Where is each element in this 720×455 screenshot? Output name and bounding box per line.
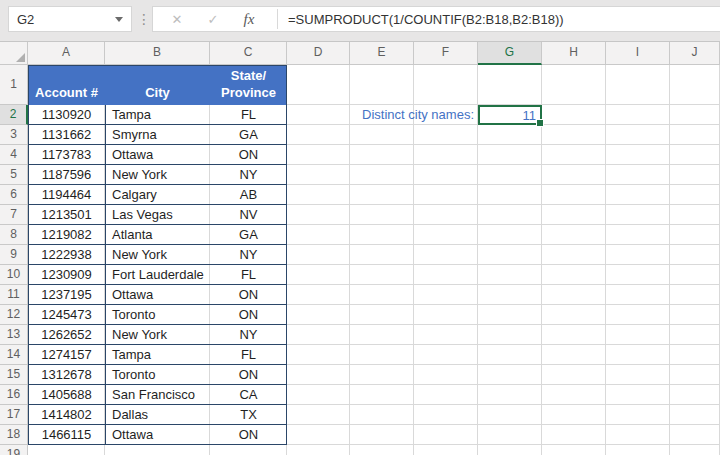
row-header-14[interactable]: 14 <box>0 345 28 365</box>
formula-input[interactable]: =SUMPRODUCT(1/COUNTIF(B2:B18,B2:B18)) <box>278 12 564 27</box>
cell-F6[interactable] <box>414 185 478 205</box>
cell-G12[interactable] <box>478 305 542 325</box>
cell-H17[interactable] <box>542 405 606 425</box>
cell-H3[interactable] <box>542 125 606 145</box>
table-cell[interactable]: NV <box>210 205 287 224</box>
cell-F12[interactable] <box>414 305 478 325</box>
cell-J17[interactable] <box>670 405 720 425</box>
column-header-J[interactable]: J <box>670 42 720 65</box>
table-cell[interactable]: GA <box>210 125 287 144</box>
table-cell[interactable]: Dallas <box>105 405 210 424</box>
cell-E17[interactable] <box>350 405 414 425</box>
cell-G13[interactable] <box>478 325 542 345</box>
cell-H8[interactable] <box>542 225 606 245</box>
cell-I2[interactable] <box>606 105 670 125</box>
cell-E16[interactable] <box>350 385 414 405</box>
cell-E6[interactable] <box>350 185 414 205</box>
select-all-button[interactable] <box>0 42 28 65</box>
row-header-1[interactable]: 1 <box>0 65 28 105</box>
cell-J18[interactable] <box>670 425 720 445</box>
cell-G17[interactable] <box>478 405 542 425</box>
cell-F3[interactable] <box>414 125 478 145</box>
table-cell[interactable]: 1219082 <box>28 225 105 244</box>
cell-D1[interactable] <box>287 65 350 105</box>
cell-D12[interactable] <box>287 305 350 325</box>
column-header-E[interactable]: E <box>350 42 414 65</box>
cell-F10[interactable] <box>414 265 478 285</box>
table-cell[interactable]: ON <box>210 305 287 324</box>
cell-I18[interactable] <box>606 425 670 445</box>
table-cell[interactable]: 1222938 <box>28 245 105 264</box>
cell-E10[interactable] <box>350 265 414 285</box>
row-header-9[interactable]: 9 <box>0 245 28 265</box>
cell-D6[interactable] <box>287 185 350 205</box>
column-header-F[interactable]: F <box>414 42 478 65</box>
table-cell[interactable]: San Francisco <box>105 385 210 404</box>
table-cell[interactable]: Fort Lauderdale <box>105 265 210 284</box>
cell-F13[interactable] <box>414 325 478 345</box>
table-cell[interactable]: 1213501 <box>28 205 105 224</box>
cell-D2[interactable] <box>287 105 350 125</box>
cell-D8[interactable] <box>287 225 350 245</box>
name-box-dropdown-icon[interactable] <box>115 17 123 22</box>
cell-I17[interactable] <box>606 405 670 425</box>
cell-G11[interactable] <box>478 285 542 305</box>
cell-D7[interactable] <box>287 205 350 225</box>
cell-I3[interactable] <box>606 125 670 145</box>
table-cell[interactable]: ON <box>210 365 287 384</box>
table-cell[interactable]: 1245473 <box>28 305 105 324</box>
cell-F11[interactable] <box>414 285 478 305</box>
cell-F9[interactable] <box>414 245 478 265</box>
cell-F15[interactable] <box>414 365 478 385</box>
cell-E12[interactable] <box>350 305 414 325</box>
table-cell[interactable]: Calgary <box>105 185 210 204</box>
cell-F5[interactable] <box>414 165 478 185</box>
cell-J11[interactable] <box>670 285 720 305</box>
cell-H19[interactable] <box>542 445 606 455</box>
cell-E9[interactable] <box>350 245 414 265</box>
table-cell[interactable]: New York <box>105 325 210 344</box>
cell-E8[interactable] <box>350 225 414 245</box>
cell-E18[interactable] <box>350 425 414 445</box>
cell-E4[interactable] <box>350 145 414 165</box>
cell-E11[interactable] <box>350 285 414 305</box>
cell-G4[interactable] <box>478 145 542 165</box>
distinct-city-names-label[interactable]: Distinct city names: <box>350 105 478 125</box>
column-header-H[interactable]: H <box>542 42 606 65</box>
table-cell[interactable]: Ottawa <box>105 285 210 304</box>
enter-icon[interactable]: ✓ <box>195 12 231 27</box>
table-cell[interactable]: 1131662 <box>28 125 105 144</box>
cell-J13[interactable] <box>670 325 720 345</box>
column-header-A[interactable]: A <box>28 42 105 65</box>
cell-F1[interactable] <box>414 65 478 105</box>
cell-H10[interactable] <box>542 265 606 285</box>
table-cell[interactable]: 1466115 <box>28 425 105 444</box>
table-cell[interactable]: FL <box>210 105 287 124</box>
cell-D19[interactable] <box>287 445 350 455</box>
cell-J3[interactable] <box>670 125 720 145</box>
cell-F19[interactable] <box>414 445 478 455</box>
cell-G6[interactable] <box>478 185 542 205</box>
cell-H15[interactable] <box>542 365 606 385</box>
cell-F8[interactable] <box>414 225 478 245</box>
table-cell[interactable]: Atlanta <box>105 225 210 244</box>
table-cell[interactable]: Toronto <box>105 305 210 324</box>
fill-handle[interactable] <box>536 119 544 127</box>
cell-D9[interactable] <box>287 245 350 265</box>
column-header-B[interactable]: B <box>105 42 210 65</box>
table-cell[interactable]: FL <box>210 345 287 364</box>
table-cell[interactable]: ON <box>210 145 287 164</box>
cell-D17[interactable] <box>287 405 350 425</box>
cell-J10[interactable] <box>670 265 720 285</box>
cell-H6[interactable] <box>542 185 606 205</box>
cell-I6[interactable] <box>606 185 670 205</box>
cell-H4[interactable] <box>542 145 606 165</box>
table-cell[interactable]: NY <box>210 325 287 344</box>
cell-J14[interactable] <box>670 345 720 365</box>
table-cell[interactable]: ON <box>210 285 287 304</box>
row-header-11[interactable]: 11 <box>0 285 28 305</box>
cell-J15[interactable] <box>670 365 720 385</box>
table-cell[interactable]: 1237195 <box>28 285 105 304</box>
table-cell[interactable]: 1194464 <box>28 185 105 204</box>
cell-I14[interactable] <box>606 345 670 365</box>
